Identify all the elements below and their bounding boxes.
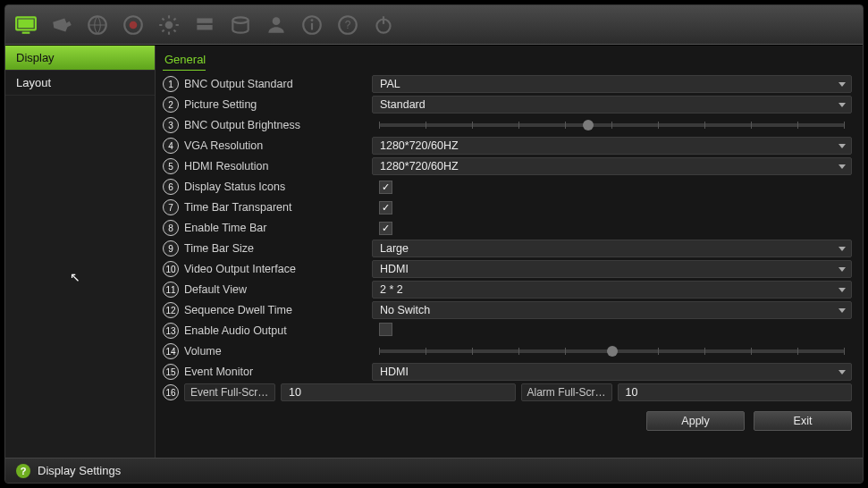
setting-row: 9Time Bar SizeLarge — [163, 239, 852, 258]
svg-rect-8 — [197, 25, 212, 29]
setting-row: 11Default View2 * 2 — [163, 280, 852, 299]
row-number-badge: 6 — [163, 179, 179, 195]
apply-button[interactable]: Apply — [646, 411, 745, 431]
event-fullscreen-input[interactable]: 10 — [281, 383, 516, 401]
setting-row: 6Display Status Icons — [163, 177, 852, 197]
setting-row: 8Enable Time Bar — [163, 218, 852, 238]
setting-row: 5HDMI Resolution1280*720/60HZ — [163, 156, 852, 176]
alarm-fullscreen-input[interactable]: 10 — [618, 383, 853, 401]
alarm-fullscreen-label: Alarm Full-Scr… — [521, 383, 612, 401]
footer-bar: ? Display Settings — [5, 458, 863, 483]
monitor-icon[interactable] — [11, 10, 41, 40]
sidebar-item-label: Layout — [16, 76, 51, 89]
row-label: Picture Setting — [184, 98, 372, 111]
svg-point-13 — [311, 19, 314, 21]
row-number-badge: 15 — [163, 364, 179, 380]
row-number-badge: 9 — [163, 240, 179, 257]
setting-row: 1BNC Output StandardPAL — [163, 74, 852, 94]
row-number-badge: 1 — [163, 76, 179, 92]
row-number-badge: 16 — [163, 384, 179, 400]
sidebar-item-display[interactable]: Display — [5, 46, 155, 71]
row-number-badge: 10 — [163, 261, 179, 277]
svg-point-10 — [273, 17, 281, 25]
row-number-badge: 11 — [163, 282, 179, 298]
row-number-badge: 3 — [163, 117, 179, 133]
svg-point-9 — [232, 17, 248, 22]
select-field[interactable]: Large — [372, 240, 852, 257]
setting-row: 7Time Bar Transparent — [163, 198, 852, 217]
setting-row: 15Event MonitorHDMI — [163, 362, 852, 382]
row-label: Enable Time Bar — [184, 222, 372, 234]
row-label: Sequence Dwell Time — [184, 304, 372, 316]
svg-text:?: ? — [345, 19, 351, 31]
svg-rect-7 — [197, 18, 212, 22]
row-label: Enable Audio Output — [184, 324, 372, 337]
slider-track[interactable] — [379, 349, 845, 353]
power-icon[interactable] — [368, 10, 399, 40]
select-field[interactable]: PAL — [372, 75, 852, 93]
setting-row: 2Picture SettingStandard — [163, 95, 852, 114]
svg-point-6 — [165, 21, 173, 29]
sidebar: Display Layout ↖ — [5, 46, 156, 458]
select-field[interactable]: HDMI — [372, 260, 852, 278]
row-number-badge: 7 — [163, 199, 179, 215]
sidebar-item-layout[interactable]: Layout — [5, 71, 155, 96]
slider-track[interactable] — [379, 123, 845, 127]
top-toolbar: ? — [5, 5, 863, 45]
row-number-badge: 5 — [163, 158, 179, 174]
user-icon[interactable] — [261, 10, 291, 40]
tab-general[interactable]: General — [163, 51, 206, 71]
select-field[interactable]: No Switch — [372, 301, 852, 319]
svg-rect-12 — [311, 22, 313, 29]
sidebar-item-label: Display — [16, 51, 55, 64]
row-label: HDMI Resolution — [184, 160, 372, 172]
row-label: Time Bar Size — [184, 242, 372, 255]
setting-row: 12Sequence Dwell TimeNo Switch — [163, 300, 852, 320]
checkbox[interactable] — [379, 222, 392, 235]
row-number-badge: 2 — [163, 97, 179, 113]
svg-rect-2 — [22, 31, 30, 33]
setting-row: 13Enable Audio Output — [163, 321, 852, 341]
exit-button[interactable]: Exit — [754, 411, 852, 431]
row-label: Default View — [184, 283, 372, 296]
row-label: Event Monitor — [184, 366, 372, 378]
slider-thumb[interactable] — [583, 120, 594, 130]
row-number-badge: 12 — [163, 302, 179, 318]
footer-help-icon[interactable]: ? — [16, 464, 30, 478]
setting-row: 10Video Output InterfaceHDMI — [163, 259, 852, 279]
mouse-cursor-icon: ↖ — [70, 270, 80, 284]
setting-row: 4VGA Resolution1280*720/60HZ — [163, 136, 852, 156]
network-icon[interactable] — [82, 10, 113, 40]
checkbox[interactable] — [379, 181, 392, 194]
row-label: Time Bar Transparent — [184, 201, 372, 214]
row-number-badge: 4 — [163, 138, 179, 154]
row-label: BNC Output Brightness — [184, 119, 372, 131]
hdd-icon[interactable] — [225, 10, 256, 40]
checkbox[interactable] — [379, 323, 392, 336]
settings-table: 1BNC Output StandardPAL2Picture SettingS… — [163, 74, 852, 402]
select-field[interactable]: 2 * 2 — [372, 281, 852, 299]
record-icon[interactable] — [118, 10, 148, 40]
checkbox[interactable] — [379, 201, 392, 215]
select-field[interactable]: 1280*720/60HZ — [372, 137, 852, 155]
row-label: Volume — [184, 345, 372, 358]
alarm-icon[interactable] — [154, 10, 184, 40]
camera-icon[interactable] — [46, 10, 77, 40]
row-label: BNC Output Standard — [184, 78, 372, 90]
svg-rect-17 — [383, 16, 384, 24]
select-field[interactable]: HDMI — [372, 363, 852, 381]
select-field[interactable]: 1280*720/60HZ — [372, 157, 852, 175]
row-label: Display Status Icons — [184, 181, 372, 193]
info-icon[interactable] — [297, 10, 327, 40]
row-number-badge: 13 — [163, 323, 179, 339]
setting-row: 3BNC Output Brightness — [163, 115, 852, 135]
row-label: Video Output Interface — [184, 263, 372, 275]
slider-thumb[interactable] — [607, 346, 618, 357]
footer-title: Display Settings — [38, 464, 121, 477]
help-icon[interactable]: ? — [333, 10, 363, 40]
select-field[interactable]: Standard — [372, 96, 852, 114]
setting-row: 16Event Full-Scr…10Alarm Full-Scr…10 — [163, 383, 852, 402]
row-number-badge: 14 — [163, 343, 179, 359]
event-fullscreen-label: Event Full-Scr… — [184, 383, 275, 401]
storage-icon[interactable] — [190, 10, 220, 40]
